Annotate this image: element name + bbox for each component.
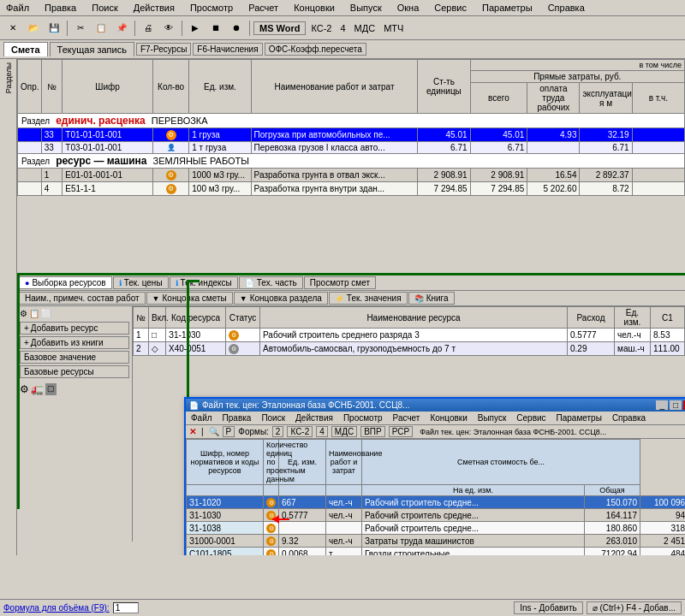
tab-teh-chast[interactable]: 📄 Тех. часть (239, 276, 303, 289)
menu-search[interactable]: Поиск (89, 2, 120, 14)
inner-menu-view[interactable]: Просмотр (342, 412, 384, 424)
menu-view[interactable]: Просмотр (188, 2, 235, 14)
tab-tek-indeksy[interactable]: ℹ Тек. индексы (170, 276, 238, 289)
inner-table-row[interactable]: С101-1805 ⚙ 0.0068 т Гвозди строительные… (187, 548, 686, 556)
tab-f6[interactable]: F6-Начисления (193, 43, 262, 56)
menu-windows[interactable]: Окна (395, 2, 422, 14)
base-value-button[interactable]: Базовое значение (20, 351, 129, 364)
inner-menu-file[interactable]: Файл (189, 412, 214, 424)
tab-tek-znach[interactable]: ⚡ Тек. значения (329, 292, 408, 305)
cell-num: 1 (134, 329, 149, 342)
stop-button[interactable]: ⏹ (206, 19, 225, 38)
inner-menu-help[interactable]: Справка (611, 412, 647, 424)
formula-input[interactable] (113, 602, 139, 613)
inner-pcp[interactable]: РСР (389, 426, 413, 437)
inner-table-row[interactable]: З1-1030 ⚙ 0.5777 чел.-ч Рабочий строител… (187, 509, 686, 522)
inner-p-btn[interactable]: P (223, 426, 235, 437)
paste-button[interactable]: 📌 (112, 19, 131, 38)
cell-naim: Перевозка грузов I класса авто... (251, 142, 418, 154)
play-button[interactable]: ▶ (186, 19, 205, 38)
tab-prosmotr-smet[interactable]: Просмотр смет (304, 276, 376, 289)
inner-menu-edit[interactable]: Правка (221, 412, 253, 424)
inner-search-icon[interactable]: 🔍 (209, 427, 219, 436)
inner-table-row[interactable]: З1-1020 ⚙ 667 чел.-ч Рабочий строитель с… (187, 496, 686, 509)
menu-params[interactable]: Параметры (480, 2, 535, 14)
inner-4[interactable]: 4 (316, 426, 328, 437)
menu-calc[interactable]: Расчет (246, 2, 281, 14)
resource-row[interactable]: 1 □ З1-1030 ⚙ Рабочий строитель среднего… (134, 329, 685, 342)
tab-koncovka-razdela[interactable]: ▼ Концовка раздела (234, 292, 328, 305)
table-row[interactable]: 4 Е51-1-1 ⚙ 100 м3 гру... Разработка гру… (18, 182, 685, 196)
inner-close-icon[interactable]: ✕ (189, 427, 196, 436)
tab-vyborka[interactable]: ● Выборка ресурсов (19, 276, 112, 289)
tab-tek-ceny[interactable]: ℹ Тек. цены (113, 276, 169, 289)
cell-c1: 111.00 (651, 342, 685, 356)
menu-bar: Файл Правка Поиск Действия Просмотр Расч… (0, 0, 685, 16)
inner-menu-endings[interactable]: Концовки (428, 412, 468, 424)
cell-shifr: Т03-01-01-001 (63, 142, 153, 154)
cut-button[interactable]: ✂ (71, 19, 90, 38)
formula-label: Формула для объёма (F9): (3, 603, 110, 613)
cell-extra (632, 142, 684, 154)
tab-smeta[interactable]: Смета (3, 42, 48, 56)
add-resource-button[interactable]: + Добавить ресурс (20, 322, 129, 335)
preview-button[interactable]: 👁 (159, 19, 178, 38)
menu-file[interactable]: Файл (3, 2, 32, 14)
tab-ofc[interactable]: ОФС-Коэфф.пересчета (265, 43, 366, 56)
add-button[interactable]: ⌀ (Ctrl+) F4 - Добав... (587, 601, 682, 614)
green-line-vertical (17, 275, 20, 509)
inner-menu-actions[interactable]: Действия (294, 412, 335, 424)
menu-endings[interactable]: Концовки (291, 2, 337, 14)
res-header-edizm: Ед. изм. (615, 307, 651, 329)
header-vsego: всего (470, 83, 527, 114)
menu-actions[interactable]: Действия (131, 2, 177, 14)
tab-naim[interactable]: Наим., примеч. состав работ (19, 292, 146, 305)
minimize-button[interactable]: _ (656, 400, 668, 410)
inner-ks2[interactable]: КС-2 (287, 426, 313, 437)
inner-menu-params[interactable]: Параметры (555, 412, 604, 424)
table-row[interactable]: 1 Е01-01-001-01 ⚙ 1000 м3 гру... Разрабо… (18, 169, 685, 182)
inner-cell-obsh: 94.81 (640, 509, 686, 522)
inner-title-icon: 📄 (189, 401, 199, 410)
cell-pryam: 45.01 (470, 128, 527, 142)
inner-table-row[interactable]: З1000-0001 ⚙ 9.32 чел.-ч Затраты труда м… (187, 535, 686, 548)
open-button[interactable]: 📂 (24, 19, 43, 38)
tab-f7[interactable]: F7-Ресурсы (136, 43, 191, 56)
inner-vpr[interactable]: ВПР (360, 426, 385, 437)
tab-current[interactable]: Текущая запись (50, 42, 134, 56)
menu-output[interactable]: Выпуск (348, 2, 384, 14)
sep4 (249, 21, 250, 36)
inner-menu-calc[interactable]: Расчет (391, 412, 422, 424)
ins-button[interactable]: Ins - Добавить (514, 601, 582, 614)
menu-service[interactable]: Сервис (432, 2, 469, 14)
inner-cell-naim: Рабочий строитель средне... (362, 496, 585, 509)
tab-koncovka-smety[interactable]: ▼ Концовка сметы (146, 292, 233, 305)
add-from-book-button[interactable]: + Добавить из книги (20, 336, 129, 349)
section2-prefix: Раздел (21, 157, 50, 166)
menu-edit[interactable]: Правка (42, 2, 79, 14)
inner-cell-obsh: 2 451.25 (640, 535, 686, 548)
inner-cell-shifr: З1-1030 (187, 509, 264, 522)
new-button[interactable]: ✕ (3, 19, 22, 38)
table-row[interactable]: 33 Т03-01-01-001 👤 1 т груза Перевозка г… (18, 142, 685, 154)
copy-button[interactable]: 📋 (92, 19, 110, 38)
menu-help[interactable]: Справка (545, 2, 587, 14)
table-row[interactable]: 33 Т01-01-01-001 ⚙ 1 груза Погрузка при … (18, 128, 685, 142)
section2-label: ресурс — машина (56, 155, 146, 167)
tab-kniga[interactable]: 📚 Книга (408, 292, 455, 305)
save-button[interactable]: 💾 (45, 19, 63, 38)
ms-word-label: MS Word (253, 21, 306, 35)
cell-vsego: 32.19 (580, 128, 632, 142)
inner-table-row[interactable]: З1-1038 ⚙ Рабочий строитель средне... 18… (187, 522, 686, 535)
base-resources-button[interactable]: Базовые ресурсы (20, 365, 129, 378)
inner-form2[interactable]: 2 (272, 426, 284, 437)
res-tab-bar-1: ● Выборка ресурсов ℹ Тек. цены ℹ Тек. ин… (17, 275, 685, 291)
maximize-button[interactable]: □ (670, 400, 682, 410)
inner-menu-search[interactable]: Поиск (259, 412, 287, 424)
resource-row[interactable]: 2 ◇ Х40-0051 ⚙ Автомобиль-самосвал, груз… (134, 342, 685, 356)
inner-menu-output[interactable]: Выпуск (476, 412, 509, 424)
print-button[interactable]: 🖨 (139, 19, 158, 38)
inner-mds[interactable]: МДС (331, 426, 357, 437)
inner-menu-service[interactable]: Сервис (515, 412, 547, 424)
record-button[interactable]: ⏺ (227, 19, 246, 38)
